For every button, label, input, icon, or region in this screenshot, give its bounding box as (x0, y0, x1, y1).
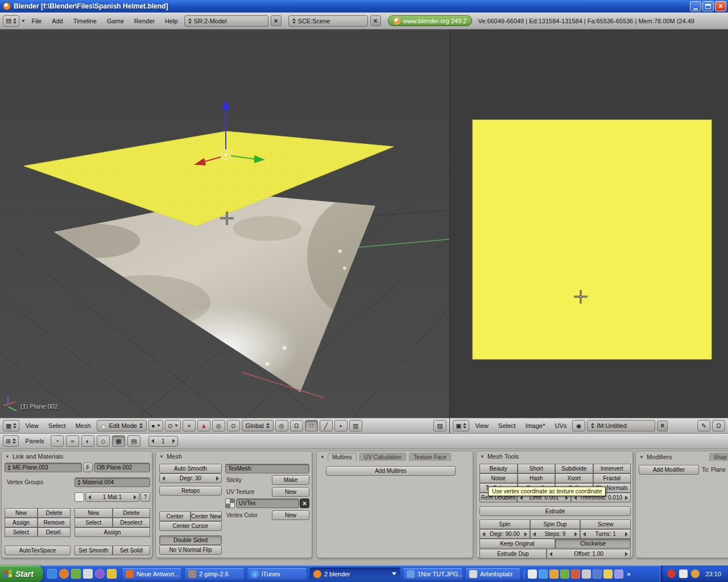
spin-steps-field[interactable]: Steps: 9 (530, 529, 581, 539)
material-browse-icon[interactable] (77, 480, 81, 485)
tray-icon-3[interactable] (691, 569, 700, 578)
select-mode-edge-icon[interactable]: ╱ (320, 420, 333, 431)
noise-button[interactable]: Noise (479, 473, 518, 483)
viewport-3d-area[interactable]: (1) Plane.002 (0, 30, 449, 418)
mesh-name-field[interactable]: ME:Plane.003 (5, 463, 82, 472)
set-smooth-button[interactable]: Set Smooth (75, 546, 113, 555)
screen-selector[interactable]: SR:2-Model (184, 15, 268, 27)
viewport-shading-icon[interactable]: ● (148, 420, 163, 431)
editing-buttons-icon[interactable]: ▦ (112, 435, 125, 447)
uv-texture-new-button[interactable]: New (272, 487, 309, 497)
material-deselect-button[interactable]: Deselect (113, 518, 151, 527)
toolbar-icon-2[interactable] (539, 569, 548, 579)
set-solid-button[interactable]: Set Solid (113, 546, 151, 555)
short-button[interactable]: Short (518, 464, 556, 473)
retopo-button[interactable]: Retopo (159, 486, 222, 496)
taskbar-task-blender[interactable]: 2 blender (309, 567, 400, 580)
pin-icon[interactable]: ◉ (572, 420, 585, 431)
render-preview-icon[interactable]: ▨ (433, 420, 446, 431)
toolbar-icon-8[interactable] (603, 569, 613, 579)
tab-uv-calculation[interactable]: UV Calculation (359, 453, 406, 461)
add-modifier-button[interactable]: Add Modifier (639, 465, 699, 475)
menu-view[interactable]: View (21, 421, 43, 430)
snap-magnet-icon[interactable]: Ω (290, 420, 303, 431)
object-name-field[interactable]: OB:Plane.002 (94, 463, 150, 472)
toolbar-icon-9[interactable] (614, 569, 623, 579)
panel-collapse-icon[interactable]: ▼ (5, 454, 10, 459)
quicklaunch-icon-6[interactable] (107, 569, 117, 579)
xsort-button[interactable]: Xsort (555, 473, 593, 483)
menu-uv-select[interactable]: Select (494, 421, 520, 430)
sticky-make-button[interactable]: Make (272, 475, 309, 485)
taskbar-task-image-viewer[interactable]: 1Nor TUT.JPG... (403, 567, 463, 580)
beauty-button[interactable]: Beauty (479, 464, 518, 473)
select-mode-vertex-icon[interactable]: ∷ (305, 420, 318, 431)
texmesh-field[interactable]: TexMesh: (225, 464, 309, 473)
add-multires-button[interactable]: Add Multires (326, 466, 456, 476)
no-vnormal-flip-button[interactable]: No V.Normal Flip (159, 545, 222, 555)
select-mode-face-icon[interactable]: ▪ (334, 420, 348, 431)
quicklaunch-icon-2[interactable] (59, 569, 69, 579)
proportional-edit-icon[interactable]: ◎ (275, 420, 288, 431)
material-select-button[interactable]: Select (75, 518, 113, 527)
toolbar-icon-5[interactable] (571, 569, 580, 579)
panels-menu[interactable]: Panels (21, 436, 48, 446)
uvtex-delete-icon[interactable]: × (300, 498, 309, 508)
panel-collapse-icon[interactable]: ▼ (639, 455, 644, 460)
object-buttons-icon[interactable]: ◇ (97, 435, 110, 447)
panel-collapse-icon[interactable]: ▼ (480, 454, 485, 459)
offset-field[interactable]: Offset: 1.00 (547, 549, 631, 559)
image-paint-icon[interactable]: ✎ (697, 420, 710, 431)
toolbar-icon-1[interactable] (528, 569, 537, 579)
transform-orientation-selector[interactable]: Global (242, 420, 274, 431)
tab-shapes[interactable]: Shap (709, 453, 728, 461)
taskbar-task-itunes[interactable]: ♪ iTunes (247, 567, 307, 580)
close-button[interactable]: × (715, 1, 726, 11)
double-sided-button[interactable]: Double Sided (159, 535, 222, 545)
clockwise-button[interactable]: Clockwise (555, 539, 631, 548)
manipulator-scale-icon[interactable]: ⊙ (227, 420, 240, 431)
spin-button[interactable]: Spin (479, 519, 530, 529)
menu-uv-image[interactable]: Image* (522, 421, 549, 430)
material-color-swatch[interactable] (75, 492, 84, 502)
toolbar-icon-7[interactable] (593, 569, 602, 579)
image-clear-icon[interactable]: × (657, 421, 668, 431)
material-new-button[interactable]: New (75, 508, 113, 518)
menu-help[interactable]: Help (161, 16, 182, 26)
occlude-geometry-icon[interactable]: ▥ (349, 420, 362, 431)
taskbar-task-arbeitsplatz[interactable]: Arbeitsplatz (465, 567, 521, 580)
tab-multires[interactable]: Multires (328, 453, 357, 461)
center-button[interactable]: Center (159, 512, 191, 521)
quicklaunch-icon-3[interactable] (71, 569, 81, 579)
screw-button[interactable]: Screw (580, 519, 631, 529)
fake-user-button[interactable]: F (83, 463, 93, 472)
keep-original-button[interactable]: Keep Original (479, 539, 555, 548)
scene-buttons-icon[interactable]: ▤ (127, 435, 140, 447)
editor-type-buttons-icon[interactable]: ⊞ (3, 435, 19, 447)
vgroup-select-button[interactable]: Select (5, 527, 38, 537)
menu-mesh[interactable]: Mesh (72, 421, 95, 430)
scene-selector[interactable]: SCE:Scene (288, 15, 368, 27)
vertex-color-new-button[interactable]: New (272, 510, 309, 520)
blender-version-badge[interactable]: www.blender.org 249.2 (388, 15, 473, 26)
vgroup-delete-button[interactable]: Delete (38, 508, 71, 518)
editor-type-3d-icon[interactable]: ▦ (3, 420, 19, 431)
uv-snap-icon[interactable]: Ω (712, 420, 725, 431)
screen-clear-icon[interactable]: × (271, 15, 282, 26)
uv-editor-area[interactable] (450, 30, 728, 418)
vgroup-new-button[interactable]: New (5, 508, 38, 518)
fractal-button[interactable]: Fractal (593, 473, 631, 483)
extrude-dup-button[interactable]: Extrude Dup (479, 549, 547, 559)
manipulator-translate-icon[interactable]: ▲ (197, 420, 210, 431)
panel-collapse-icon[interactable]: ▼ (320, 455, 325, 460)
toolbar-overflow-icon[interactable]: » (625, 570, 632, 578)
window-titlebar[interactable]: Blender [f:\Blender\Files\Spanish Helmet… (0, 0, 728, 13)
menu-uv-view[interactable]: View (471, 421, 493, 430)
menu-select[interactable]: Select (44, 421, 70, 430)
editor-type-uv-icon[interactable]: ▣ (453, 420, 469, 431)
manipulator-rotate-icon[interactable]: ◎ (212, 420, 225, 431)
uvtex-name-field[interactable]: UVTex (236, 498, 299, 508)
script-buttons-icon[interactable]: ≈ (66, 435, 79, 447)
panel-title[interactable]: Mesh Tools (487, 453, 519, 460)
degr-field[interactable]: Degr: 30 (159, 473, 222, 483)
